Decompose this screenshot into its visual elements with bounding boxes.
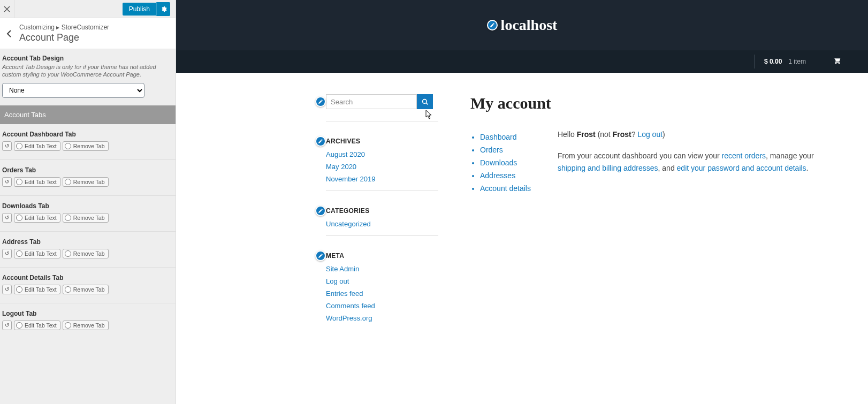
breadcrumb: Customizing ▸ StoreCustomizer [19, 24, 169, 31]
list-item: Log out [326, 277, 438, 285]
account-nav-item: Addresses [480, 171, 531, 180]
meta-widget: META Site AdminLog outEntries feedCommen… [326, 252, 438, 322]
edit-account-link[interactable]: edit your password and account details [677, 164, 806, 172]
search-icon [422, 98, 429, 105]
list-item: August 2020 [326, 150, 438, 158]
category-link[interactable]: Uncategorized [326, 220, 371, 228]
site-name: localhost [501, 17, 558, 34]
tab-block: Account Details Tab ↺ Edit Tab Text Remo… [0, 268, 176, 303]
reset-button[interactable]: ↺ [2, 249, 12, 258]
cart-icon[interactable] [834, 57, 841, 66]
categories-widget: CATEGORIES Uncategorized [326, 207, 438, 236]
list-item: Uncategorized [326, 220, 438, 228]
content-row: ARCHIVES August 2020May 2020November 201… [176, 73, 868, 360]
list-item: Comments feed [326, 302, 438, 310]
remove-tab-option[interactable]: Remove Tab [63, 249, 109, 258]
main-content: My account DashboardOrdersDownloadsAddre… [470, 94, 841, 338]
sidebar-topbar: Publish [0, 0, 176, 18]
account-nav-link[interactable]: Account details [480, 184, 531, 193]
gear-icon [161, 6, 167, 12]
tab-block: Address Tab ↺ Edit Tab Text Remove Tab [0, 232, 176, 268]
reset-button[interactable]: ↺ [2, 141, 12, 151]
preview-pane: localhost $ 0.00 1 item [176, 0, 868, 404]
remove-tab-option[interactable]: Remove Tab [63, 213, 109, 223]
meta-link[interactable]: Site Admin [326, 265, 359, 273]
tab-title: Orders Tab [2, 166, 172, 174]
search-input[interactable] [326, 94, 417, 109]
edit-shortcut-icon[interactable] [315, 250, 326, 261]
reset-button[interactable]: ↺ [2, 213, 12, 223]
account-nav-link[interactable]: Downloads [480, 158, 517, 167]
back-button[interactable] [2, 25, 16, 43]
site-logo[interactable]: localhost [487, 17, 558, 34]
archive-link[interactable]: August 2020 [326, 150, 365, 158]
widget-title: META [326, 252, 344, 260]
edit-tab-text-option[interactable]: Edit Tab Text [14, 321, 60, 330]
publish-button[interactable]: Publish [123, 3, 156, 16]
list-item: Entries feed [326, 289, 438, 298]
edit-shortcut-icon[interactable] [487, 20, 498, 31]
search-button[interactable] [417, 94, 433, 109]
account-nav: DashboardOrdersDownloadsAddressesAccount… [470, 128, 531, 197]
recent-orders-link[interactable]: recent orders [722, 151, 766, 160]
sidebar-header: Customizing ▸ StoreCustomizer Account Pa… [0, 18, 176, 49]
design-select[interactable]: None [2, 83, 144, 98]
account-nav-item: Downloads [480, 158, 531, 167]
publish-settings-button[interactable] [156, 2, 170, 16]
cart-total: $ 0.00 [764, 58, 782, 65]
reset-button[interactable]: ↺ [2, 321, 12, 330]
search-widget [326, 94, 438, 121]
cart-count: 1 item [788, 58, 806, 65]
tab-block: Account Dashboard Tab ↺ Edit Tab Text Re… [0, 124, 176, 160]
list-item: November 2019 [326, 175, 438, 183]
addresses-link[interactable]: shipping and billing addresses [558, 164, 658, 172]
edit-shortcut-icon[interactable] [315, 205, 326, 216]
meta-link[interactable]: Log out [326, 277, 349, 285]
close-button[interactable] [0, 0, 14, 18]
archive-link[interactable]: November 2019 [326, 175, 376, 183]
account-nav-item: Dashboard [480, 133, 531, 141]
tab-block: Logout Tab ↺ Edit Tab Text Remove Tab [0, 303, 176, 339]
account-nav-link[interactable]: Addresses [480, 171, 515, 180]
tab-block: Downloads Tab ↺ Edit Tab Text Remove Tab [0, 196, 176, 232]
archives-widget: ARCHIVES August 2020May 2020November 201… [326, 138, 438, 191]
reset-button[interactable]: ↺ [2, 177, 12, 187]
list-item: WordPress.org [326, 314, 438, 322]
edit-tab-text-option[interactable]: Edit Tab Text [14, 177, 60, 187]
remove-tab-option[interactable]: Remove Tab [63, 141, 109, 151]
meta-link[interactable]: Entries feed [326, 289, 363, 298]
design-section: Account Tab Design Account Tab Design is… [0, 49, 176, 105]
svg-point-0 [422, 99, 427, 103]
edit-shortcut-icon[interactable] [315, 136, 326, 147]
widget-title: ARCHIVES [326, 138, 360, 145]
widget-sidebar: ARCHIVES August 2020May 2020November 201… [326, 94, 438, 338]
tab-title: Logout Tab [2, 310, 172, 317]
account-nav-link[interactable]: Orders [480, 146, 503, 154]
account-heading: My account [470, 94, 841, 112]
edit-shortcut-icon[interactable] [315, 96, 326, 107]
meta-link[interactable]: Comments feed [326, 302, 375, 310]
tab-title: Address Tab [2, 238, 172, 246]
archive-link[interactable]: May 2020 [326, 163, 356, 171]
reset-button[interactable]: ↺ [2, 285, 12, 294]
design-label: Account Tab Design [2, 55, 171, 62]
edit-tab-text-option[interactable]: Edit Tab Text [14, 285, 60, 294]
remove-tab-option[interactable]: Remove Tab [63, 177, 109, 187]
page-title: Account Page [19, 32, 169, 43]
tabs-section-header: Account Tabs [0, 105, 176, 124]
tab-title: Account Details Tab [2, 274, 172, 281]
meta-link[interactable]: WordPress.org [326, 314, 372, 322]
site-header: localhost [176, 0, 868, 50]
customizer-sidebar: Publish Customizing ▸ StoreCustomizer Ac… [0, 0, 176, 404]
remove-tab-option[interactable]: Remove Tab [63, 285, 109, 294]
edit-tab-text-option[interactable]: Edit Tab Text [14, 141, 60, 151]
widget-title: CATEGORIES [326, 207, 369, 215]
edit-tab-text-option[interactable]: Edit Tab Text [14, 249, 60, 258]
tab-title: Account Dashboard Tab [2, 131, 172, 138]
logout-link[interactable]: Log out [637, 130, 663, 139]
remove-tab-option[interactable]: Remove Tab [63, 321, 109, 330]
list-item: May 2020 [326, 163, 438, 171]
design-desc: Account Tab Design is only for if your t… [2, 63, 171, 79]
account-nav-link[interactable]: Dashboard [480, 133, 517, 141]
edit-tab-text-option[interactable]: Edit Tab Text [14, 213, 60, 223]
